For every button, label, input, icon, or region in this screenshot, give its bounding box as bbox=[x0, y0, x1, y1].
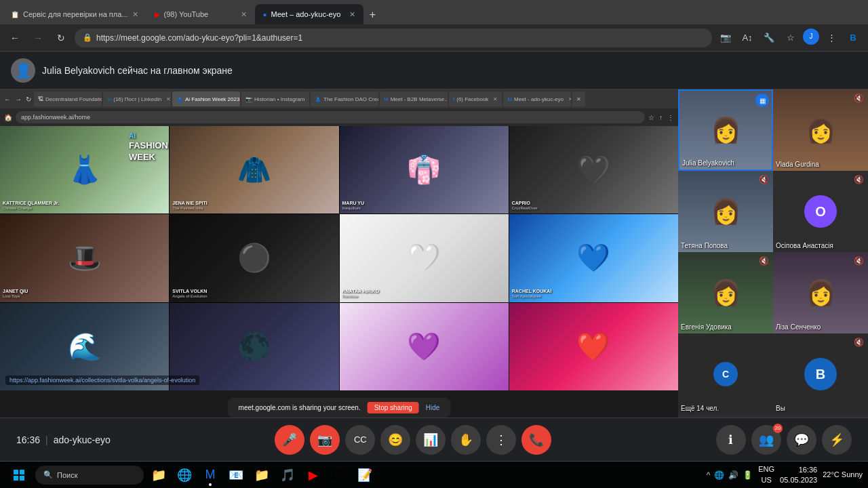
taskbar-app-5[interactable]: 🎵 bbox=[275, 463, 300, 487]
sub-tab-historian[interactable]: 📷Historian • Instagram ✕ bbox=[241, 92, 309, 106]
svg-rect-0 bbox=[14, 470, 18, 474]
taskbar-app-3[interactable]: 📧 bbox=[224, 463, 248, 487]
hide-button[interactable]: Hide bbox=[426, 404, 440, 411]
participant-you: B 🔇 Вы bbox=[773, 333, 868, 415]
taskbar-search[interactable]: 🔍 Поиск bbox=[35, 466, 144, 485]
new-tab-button[interactable]: + bbox=[363, 5, 382, 24]
sub-forward[interactable]: → bbox=[14, 96, 23, 103]
sub-share-icon[interactable]: ↑ bbox=[658, 114, 664, 121]
participant-lisa: 👩 🔇 Ліза Сенченко bbox=[773, 252, 868, 333]
chevron-icon[interactable]: ^ bbox=[707, 470, 711, 480]
sub-url-text: app.fashionweek.ai/home bbox=[21, 114, 90, 121]
forward-button: → bbox=[28, 28, 47, 47]
info-button[interactable]: ℹ bbox=[716, 425, 746, 455]
participant-osipova: O 🔇 Осіпова Анастасія bbox=[773, 171, 868, 252]
mute-button[interactable]: 🎤 bbox=[275, 425, 304, 455]
people-button[interactable]: 👥 20 bbox=[751, 425, 781, 455]
sub-tab-linkedin[interactable]: in(16) Пост | LinkedIn ✕ bbox=[103, 92, 171, 106]
presenter-avatar: 👤 bbox=[11, 58, 35, 83]
camera-button[interactable]: 📷 bbox=[310, 425, 340, 455]
fashion-items-grid: 👗 KATTRICE QLAMMER Jr. Climate Change 🧥 … bbox=[0, 126, 678, 390]
weather-widget[interactable]: 22°C Sunny bbox=[823, 470, 863, 480]
sub-browser-tabs: ← → ↻ 🏗Decentraland Foundatio... ✕ in(16… bbox=[0, 89, 678, 108]
address-bar[interactable]: 🔒 https://meet.google.com/ado-ykuc-eyo?p… bbox=[75, 28, 712, 47]
present-button[interactable]: 📊 bbox=[416, 425, 446, 455]
bing-icon[interactable]: B bbox=[844, 28, 863, 47]
captions-button[interactable]: CC bbox=[345, 425, 375, 455]
more-button[interactable]: ⋮ bbox=[486, 425, 516, 455]
chat-button[interactable]: 💬 bbox=[787, 425, 816, 455]
emoji-button[interactable]: 😊 bbox=[380, 425, 410, 455]
ai-fashion-week-title: Ai FASHION WEEK bbox=[129, 131, 168, 163]
sub-back[interactable]: ← bbox=[3, 96, 12, 103]
sub-more-icon[interactable]: ⋮ bbox=[666, 114, 675, 121]
footer-info: 16:36 | ado-ykuc-eyo bbox=[16, 434, 111, 445]
svg-rect-2 bbox=[14, 476, 18, 481]
sub-star-icon[interactable]: ☆ bbox=[647, 114, 656, 121]
tab-3-close[interactable]: ✕ bbox=[349, 10, 355, 19]
sub-tab-fashion-dao[interactable]: 👗The Fashion DAO Creato... ✕ bbox=[311, 92, 378, 106]
sub-tab-ai-fashion[interactable]: 👗Ai Fashion Week 2023 (Y... ✕ bbox=[172, 92, 240, 106]
sub-tab-meet-b2b[interactable]: MMeet - B2B Metaverse... ✕ bbox=[380, 92, 448, 106]
sub-url-bar[interactable]: app.fashionweek.ai/home bbox=[16, 111, 645, 123]
sub-tab-decentraland[interactable]: 🏗Decentraland Foundatio... ✕ bbox=[34, 92, 102, 106]
sub-tab-facebook[interactable]: f(6) Facebook ✕ bbox=[449, 92, 502, 106]
participants-grid: 👩 ▦ Julia Belyakovich 👩 🔇 Vlada Gurdina bbox=[678, 89, 868, 415]
participant-julia: 👩 ▦ Julia Belyakovich bbox=[678, 89, 773, 171]
lisa-mute-icon: 🔇 bbox=[854, 256, 864, 266]
taskbar-app-edge[interactable]: 🌐 bbox=[172, 463, 197, 487]
network-icon[interactable]: 🌐 bbox=[714, 470, 724, 480]
fashion-item-8: 💙 RACHEL KOUKAI Soft Apocalypse bbox=[509, 214, 678, 302]
fashion-week-content: Ai FASHION WEEK 👗 KATTRICE QLAMMER Jr. C… bbox=[0, 126, 678, 418]
start-button[interactable] bbox=[5, 464, 33, 486]
participants-panel: 👩 ▦ Julia Belyakovich 👩 🔇 Vlada Gurdina bbox=[678, 89, 868, 418]
sub-nav-right-icons: ☆ ↑ ⋮ bbox=[647, 114, 675, 121]
vlada-mute-icon: 🔇 bbox=[854, 94, 864, 103]
profile-icon[interactable]: J bbox=[803, 28, 819, 45]
fashion-item-11: 💜 bbox=[340, 303, 509, 390]
meet-body: 👤 Julia Belyakovich сейчас на главном эк… bbox=[0, 52, 868, 461]
search-label: Поиск bbox=[57, 471, 77, 479]
back-button[interactable]: ← bbox=[5, 28, 24, 47]
taskbar-clock[interactable]: 16:36 05.05.2023 bbox=[780, 465, 817, 485]
refresh-button[interactable]: ↻ bbox=[52, 28, 71, 47]
presenter-status: Julia Belyakovich сейчас на главном экра… bbox=[42, 65, 233, 76]
tab-3[interactable]: ● Meet – ado-ykuc-eyo ✕ bbox=[255, 4, 363, 24]
meeting-id: ado-ykuc-eyo bbox=[54, 434, 111, 445]
stop-sharing-button[interactable]: Stop sharing bbox=[368, 402, 419, 413]
participant-vlada: 👩 🔇 Vlada Gurdina bbox=[773, 89, 868, 171]
taskbar-app-4[interactable]: 📁 bbox=[250, 463, 274, 487]
bookmark-icon[interactable]: ☆ bbox=[781, 28, 800, 47]
fashion-item-4: 🖤 CAPRIO CruzRealOver bbox=[509, 126, 678, 214]
end-call-button[interactable]: 📞 bbox=[521, 425, 551, 455]
taskbar-app-1[interactable]: 📁 bbox=[146, 463, 171, 487]
volume-icon[interactable]: 🔊 bbox=[728, 470, 738, 480]
taskbar-app-meet[interactable]: M bbox=[198, 463, 222, 487]
camera-icon[interactable]: 📷 bbox=[716, 28, 735, 47]
sub-refresh[interactable]: ↻ bbox=[24, 96, 33, 103]
footer-controls: 🎤 📷 CC 😊 📊 ✋ ⋮ 📞 bbox=[275, 425, 551, 455]
more-options-icon[interactable]: ⋮ bbox=[822, 28, 841, 47]
raise-hand-button[interactable]: ✋ bbox=[451, 425, 481, 455]
taskbar-app-8[interactable]: 📝 bbox=[353, 463, 377, 487]
activities-button[interactable]: ⚡ bbox=[822, 425, 852, 455]
translate-icon[interactable]: A↕ bbox=[738, 28, 757, 47]
toolbar-icons: 📷 A↕ 🔧 ☆ J ⋮ B bbox=[716, 28, 863, 47]
sub-tab-close-x[interactable]: ✕ bbox=[572, 92, 585, 106]
windows-taskbar: 🔍 Поиск 📁 🌐 M 📧 📁 🎵 ▶ PS 📝 ^ 🌐 🔊 🔋 ENG U… bbox=[0, 461, 868, 488]
battery-icon[interactable]: 🔋 bbox=[743, 470, 753, 480]
extensions-icon[interactable]: 🔧 bbox=[760, 28, 778, 47]
tab-1-close[interactable]: ✕ bbox=[132, 10, 138, 19]
taskbar-app-7[interactable]: PS bbox=[327, 463, 351, 487]
speaking-indicator: ▦ bbox=[755, 94, 769, 107]
tab-1[interactable]: 📋 Сервіс для перевірки на пла... ✕ bbox=[3, 4, 146, 24]
tab-2-close[interactable]: ✕ bbox=[241, 10, 247, 19]
language-indicator[interactable]: ENG US bbox=[758, 464, 774, 485]
meet-main: ← → ↻ 🏗Decentraland Foundatio... ✕ in(16… bbox=[0, 89, 868, 418]
sub-home[interactable]: 🏠 bbox=[3, 114, 14, 121]
sub-tab-meet-ado[interactable]: MMeet - ado-ykuc-eyo ✕ bbox=[503, 92, 571, 106]
tab-2[interactable]: ▶ (98) YouTube ✕ bbox=[146, 4, 255, 24]
weather-temp: 22°C Sunny bbox=[823, 470, 863, 480]
evgenia-mute-icon: 🔇 bbox=[759, 256, 769, 266]
taskbar-app-6[interactable]: ▶ bbox=[301, 463, 326, 487]
